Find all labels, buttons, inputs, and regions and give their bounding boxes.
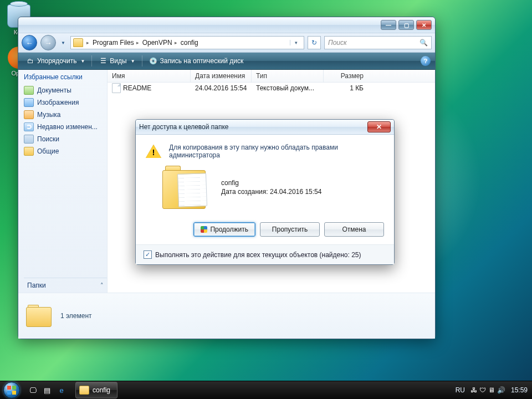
nav-back-button[interactable]: ← xyxy=(22,35,37,50)
breadcrumb[interactable]: Program Files▸ xyxy=(93,39,139,47)
taskbar: 🖵 ▤ e config RU 🖧 🛡 🖥 🔊 15:59 xyxy=(0,381,532,399)
ql-switch-windows[interactable]: ▤ xyxy=(41,384,53,396)
search-input[interactable]: Поиск 🔍 xyxy=(324,36,432,49)
start-button[interactable] xyxy=(0,381,23,399)
object-name: config xyxy=(221,179,321,187)
fav-link-pictures[interactable]: Изображения xyxy=(24,96,107,109)
documents-icon xyxy=(24,86,34,95)
continue-button[interactable]: Продолжить xyxy=(193,222,255,237)
separator xyxy=(91,55,92,66)
system-tray: RU 🖧 🛡 🖥 🔊 15:59 xyxy=(451,386,532,394)
nav-history-dropdown[interactable]: ▼ xyxy=(59,35,67,50)
search-icon: 🔍 xyxy=(420,39,428,47)
folder-icon xyxy=(73,38,83,47)
cmd-burn[interactable]: 💿 Запись на оптический диск xyxy=(146,55,247,66)
apply-all-checkbox[interactable]: ✓ xyxy=(144,250,152,259)
col-date[interactable]: Дата изменения xyxy=(191,70,252,82)
folders-toggle[interactable]: Папки ˄ xyxy=(24,278,107,293)
views-icon: ☰ xyxy=(99,57,108,65)
apply-all-label: Выполнять это действие для всех текущих … xyxy=(155,251,361,259)
fav-link-recent[interactable]: Недавно изменен... xyxy=(24,121,107,133)
favorites-pane: Избранные ссылки Документы Изображения М… xyxy=(18,70,108,293)
chevron-down-icon: ▼ xyxy=(129,59,135,64)
ql-ie[interactable]: e xyxy=(55,384,68,396)
searches-icon xyxy=(24,135,34,144)
dialog-message: Для копирования в эту папку нужно облада… xyxy=(169,144,384,159)
windows-orb-icon xyxy=(3,382,20,398)
column-headers: Имя Дата изменения Тип Размер xyxy=(108,70,435,83)
details-count: 1 элемент xyxy=(60,312,92,320)
tray-monitor-icon[interactable]: 🖥 xyxy=(488,386,495,394)
details-pane: 1 элемент xyxy=(18,293,435,339)
close-button[interactable]: ✕ xyxy=(416,20,432,30)
dialog-title: Нет доступа к целевой папке xyxy=(139,123,229,131)
object-date: Дата создания: 24.04.2016 15:54 xyxy=(221,188,321,196)
folder-icon xyxy=(79,386,89,395)
chevron-down-icon: ▼ xyxy=(79,59,85,64)
cmd-organize[interactable]: 🗀 Упорядочить ▼ xyxy=(23,55,88,66)
taskbar-task-explorer[interactable]: config xyxy=(75,382,117,398)
tray-volume-icon[interactable]: 🔊 xyxy=(497,386,505,394)
desktop: Кор Open — ▢ ✕ ← → ▼ ▸ Program Files▸ Op… xyxy=(0,0,532,399)
address-dropdown[interactable]: ▾ xyxy=(290,40,301,45)
nav-forward-button[interactable]: → xyxy=(40,35,56,50)
favorites-header: Избранные ссылки xyxy=(24,73,107,81)
nav-row: ← → ▼ ▸ Program Files▸ OpenVPN▸ config ▾… xyxy=(18,33,435,53)
folder-icon xyxy=(26,305,52,327)
refresh-button[interactable]: ↻ xyxy=(308,36,321,49)
clock[interactable]: 15:59 xyxy=(511,386,528,394)
address-bar[interactable]: ▸ Program Files▸ OpenVPN▸ config ▾ xyxy=(70,36,304,49)
chevron-up-icon: ˄ xyxy=(100,282,104,289)
apply-all-row[interactable]: ✓ Выполнять это действие для всех текущи… xyxy=(136,244,394,264)
maximize-button[interactable]: ▢ xyxy=(398,20,414,30)
breadcrumb[interactable]: config xyxy=(181,39,198,47)
music-icon xyxy=(24,110,34,119)
uac-shield-icon xyxy=(201,226,207,233)
fav-link-documents[interactable]: Документы xyxy=(24,84,107,96)
col-name[interactable]: Имя xyxy=(108,70,191,82)
col-type[interactable]: Тип xyxy=(252,70,324,82)
breadcrumb[interactable]: OpenVPN▸ xyxy=(142,39,177,47)
skip-button[interactable]: Пропустить xyxy=(260,222,320,237)
burn-icon: 💿 xyxy=(149,57,158,65)
fav-link-public[interactable]: Общие xyxy=(24,145,107,157)
help-button[interactable]: ? xyxy=(421,56,431,66)
folder-icon xyxy=(24,147,34,156)
cancel-button[interactable]: Отмена xyxy=(324,222,384,237)
fav-link-music[interactable]: Музыка xyxy=(24,109,107,121)
recent-icon xyxy=(24,122,34,131)
minimize-button[interactable]: — xyxy=(381,20,396,30)
cmd-views[interactable]: ☰ Виды ▼ xyxy=(95,55,138,66)
col-size[interactable]: Размер xyxy=(324,70,368,82)
dialog-titlebar[interactable]: Нет доступа к целевой папке ✕ xyxy=(136,120,394,135)
tray-shield-icon[interactable]: 🛡 xyxy=(479,386,486,394)
command-bar: 🗀 Упорядочить ▼ ☰ Виды ▼ 💿 Запись на опт… xyxy=(18,53,435,70)
fav-link-searches[interactable]: Поиски xyxy=(24,133,107,145)
ql-show-desktop[interactable]: 🖵 xyxy=(27,384,39,396)
warning-icon: ! xyxy=(146,145,161,159)
access-denied-dialog: Нет доступа к целевой папке ✕ ! Для копи… xyxy=(135,119,395,265)
search-placeholder: Поиск xyxy=(328,39,347,47)
quick-launch: 🖵 ▤ e xyxy=(23,384,71,396)
file-row[interactable]: README 24.04.2016 15:54 Текстовый докум.… xyxy=(108,83,435,94)
folder-large-icon xyxy=(162,166,213,209)
text-file-icon xyxy=(112,83,121,93)
titlebar[interactable]: — ▢ ✕ xyxy=(18,17,435,33)
breadcrumb-sep[interactable]: ▸ xyxy=(86,40,89,45)
separator xyxy=(142,55,142,66)
dialog-close-button[interactable]: ✕ xyxy=(367,121,391,132)
lang-indicator[interactable]: RU xyxy=(456,386,465,394)
pictures-icon xyxy=(24,98,34,107)
tray-network-icon[interactable]: 🖧 xyxy=(470,386,477,394)
organize-icon: 🗀 xyxy=(26,57,35,65)
